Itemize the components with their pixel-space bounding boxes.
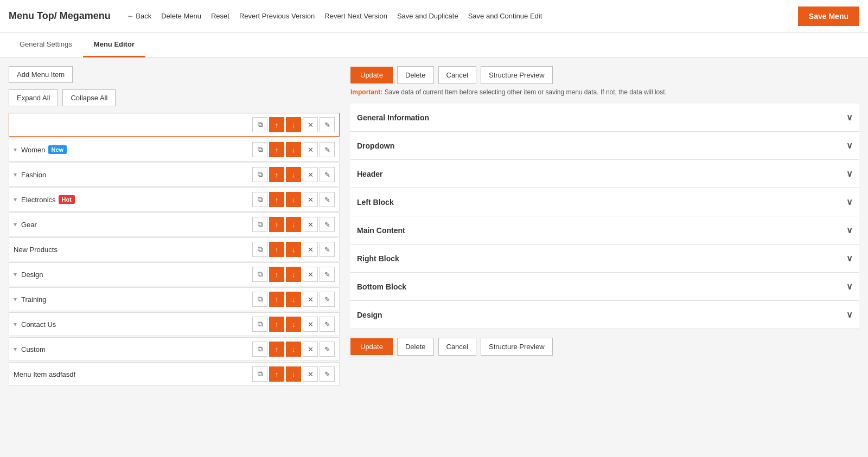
- delete-button-bottom[interactable]: Delete: [397, 338, 434, 356]
- list-item[interactable]: ▾ Gear ⧉ ↑ ↓ ✕ ✎: [9, 213, 340, 236]
- move-down-icon[interactable]: ↓: [286, 242, 301, 257]
- accordion-header-design[interactable]: Design ∨: [350, 301, 859, 329]
- save-continue-button[interactable]: Save and Continue Edit: [468, 12, 542, 20]
- move-down-icon[interactable]: ↓: [286, 292, 301, 307]
- move-down-icon[interactable]: ↓: [286, 142, 301, 157]
- cancel-button-bottom[interactable]: Cancel: [438, 338, 476, 356]
- update-button-top[interactable]: Update: [350, 67, 393, 83]
- list-item[interactable]: Menu Item asdfasdf ⧉ ↑ ↓ ✕ ✎: [9, 362, 340, 386]
- move-down-icon[interactable]: ↓: [286, 366, 301, 382]
- accordion-header-header[interactable]: Header ∨: [350, 160, 859, 188]
- edit-icon[interactable]: ✎: [320, 292, 335, 307]
- move-up-icon[interactable]: ↑: [269, 342, 284, 357]
- edit-icon[interactable]: ✎: [320, 192, 335, 207]
- copy-icon[interactable]: ⧉: [252, 192, 267, 207]
- copy-icon[interactable]: ⧉: [252, 217, 267, 232]
- copy-icon[interactable]: ⧉: [252, 366, 267, 382]
- accordion-header-left-block[interactable]: Left Block ∨: [350, 188, 859, 216]
- close-icon[interactable]: ✕: [303, 217, 318, 232]
- save-menu-button[interactable]: Save Menu: [798, 7, 859, 26]
- list-item[interactable]: ⧉ ↑ ↓ ✕ ✎: [9, 113, 340, 137]
- collapse-all-button[interactable]: Collapse All: [62, 89, 116, 106]
- edit-icon[interactable]: ✎: [320, 242, 335, 257]
- structure-preview-button-bottom[interactable]: Structure Preview: [481, 338, 553, 356]
- dropdown-arrow-icon[interactable]: ▾: [14, 345, 17, 353]
- close-icon[interactable]: ✕: [303, 366, 318, 382]
- edit-icon[interactable]: ✎: [320, 267, 335, 282]
- accordion-header-general-info[interactable]: General Information ∨: [350, 104, 859, 131]
- list-item[interactable]: ▾ Fashion ⧉ ↑ ↓ ✕ ✎: [9, 163, 340, 186]
- edit-icon[interactable]: ✎: [320, 366, 335, 382]
- save-duplicate-button[interactable]: Save and Duplicate: [397, 12, 458, 20]
- close-icon[interactable]: ✕: [303, 242, 318, 257]
- dropdown-arrow-icon[interactable]: ▾: [14, 295, 17, 303]
- back-button[interactable]: ← Back: [127, 12, 152, 20]
- copy-icon[interactable]: ⧉: [252, 142, 267, 157]
- move-up-icon[interactable]: ↑: [269, 142, 284, 157]
- close-icon[interactable]: ✕: [303, 192, 318, 207]
- edit-icon[interactable]: ✎: [320, 342, 335, 357]
- close-icon[interactable]: ✕: [303, 267, 318, 282]
- copy-icon[interactable]: ⧉: [252, 342, 267, 357]
- move-up-icon[interactable]: ↑: [269, 167, 284, 182]
- tab-menu-editor[interactable]: Menu Editor: [83, 33, 145, 57]
- close-icon[interactable]: ✕: [303, 292, 318, 307]
- move-up-icon[interactable]: ↑: [269, 117, 284, 132]
- dropdown-arrow-icon[interactable]: ▾: [14, 271, 17, 278]
- edit-icon[interactable]: ✎: [320, 217, 335, 232]
- revert-next-button[interactable]: Revert Next Version: [324, 12, 387, 20]
- list-item[interactable]: ▾ Design ⧉ ↑ ↓ ✕ ✎: [9, 262, 340, 286]
- move-down-icon[interactable]: ↓: [286, 117, 301, 132]
- list-item[interactable]: New Products ⧉ ↑ ↓ ✕ ✎: [9, 237, 340, 261]
- list-item[interactable]: ▾ Electronics Hot ⧉ ↑ ↓ ✕ ✎: [9, 188, 340, 211]
- close-icon[interactable]: ✕: [303, 117, 318, 132]
- move-up-icon[interactable]: ↑: [269, 242, 284, 257]
- move-up-icon[interactable]: ↑: [269, 292, 284, 307]
- move-down-icon[interactable]: ↓: [286, 267, 301, 282]
- copy-icon[interactable]: ⧉: [252, 267, 267, 282]
- move-up-icon[interactable]: ↑: [269, 192, 284, 207]
- edit-icon[interactable]: ✎: [320, 167, 335, 182]
- move-down-icon[interactable]: ↓: [286, 217, 301, 232]
- close-icon[interactable]: ✕: [303, 317, 318, 332]
- edit-icon[interactable]: ✎: [320, 117, 335, 132]
- edit-icon[interactable]: ✎: [320, 317, 335, 332]
- accordion-header-bottom-block[interactable]: Bottom Block ∨: [350, 273, 859, 300]
- list-item[interactable]: ▾ Custom ⧉ ↑ ↓ ✕ ✎: [9, 337, 340, 361]
- edit-icon[interactable]: ✎: [320, 142, 335, 157]
- move-up-icon[interactable]: ↑: [269, 267, 284, 282]
- reset-button[interactable]: Reset: [211, 12, 229, 20]
- delete-menu-button[interactable]: Delete Menu: [161, 12, 201, 20]
- dropdown-arrow-icon[interactable]: ▾: [14, 320, 17, 328]
- move-up-icon[interactable]: ↑: [269, 366, 284, 382]
- close-icon[interactable]: ✕: [303, 142, 318, 157]
- list-item[interactable]: ▾ Women New ⧉ ↑ ↓ ✕ ✎: [9, 138, 340, 162]
- move-up-icon[interactable]: ↑: [269, 217, 284, 232]
- revert-previous-button[interactable]: Revert Previous Version: [239, 12, 315, 20]
- list-item[interactable]: ▾ Training ⧉ ↑ ↓ ✕ ✎: [9, 287, 340, 311]
- accordion-header-main-content[interactable]: Main Content ∨: [350, 216, 859, 244]
- close-icon[interactable]: ✕: [303, 167, 318, 182]
- delete-button-top[interactable]: Delete: [397, 66, 434, 84]
- move-down-icon[interactable]: ↓: [286, 192, 301, 207]
- move-up-icon[interactable]: ↑: [269, 317, 284, 332]
- accordion-header-right-block[interactable]: Right Block ∨: [350, 244, 859, 272]
- dropdown-arrow-icon[interactable]: ▾: [14, 221, 17, 228]
- close-icon[interactable]: ✕: [303, 342, 318, 357]
- copy-icon[interactable]: ⧉: [252, 117, 267, 132]
- move-down-icon[interactable]: ↓: [286, 167, 301, 182]
- cancel-button-top[interactable]: Cancel: [438, 66, 476, 84]
- move-down-icon[interactable]: ↓: [286, 317, 301, 332]
- list-item[interactable]: ▾ Contact Us ⧉ ↑ ↓ ✕ ✎: [9, 312, 340, 336]
- move-down-icon[interactable]: ↓: [286, 342, 301, 357]
- copy-icon[interactable]: ⧉: [252, 292, 267, 307]
- copy-icon[interactable]: ⧉: [252, 167, 267, 182]
- tab-general-settings[interactable]: General Settings: [9, 33, 83, 57]
- expand-all-button[interactable]: Expand All: [9, 89, 58, 106]
- copy-icon[interactable]: ⧉: [252, 242, 267, 257]
- dropdown-arrow-icon[interactable]: ▾: [14, 146, 17, 153]
- accordion-header-dropdown[interactable]: Dropdown ∨: [350, 132, 859, 159]
- copy-icon[interactable]: ⧉: [252, 317, 267, 332]
- update-button-bottom[interactable]: Update: [350, 338, 393, 355]
- dropdown-arrow-icon[interactable]: ▾: [14, 196, 17, 203]
